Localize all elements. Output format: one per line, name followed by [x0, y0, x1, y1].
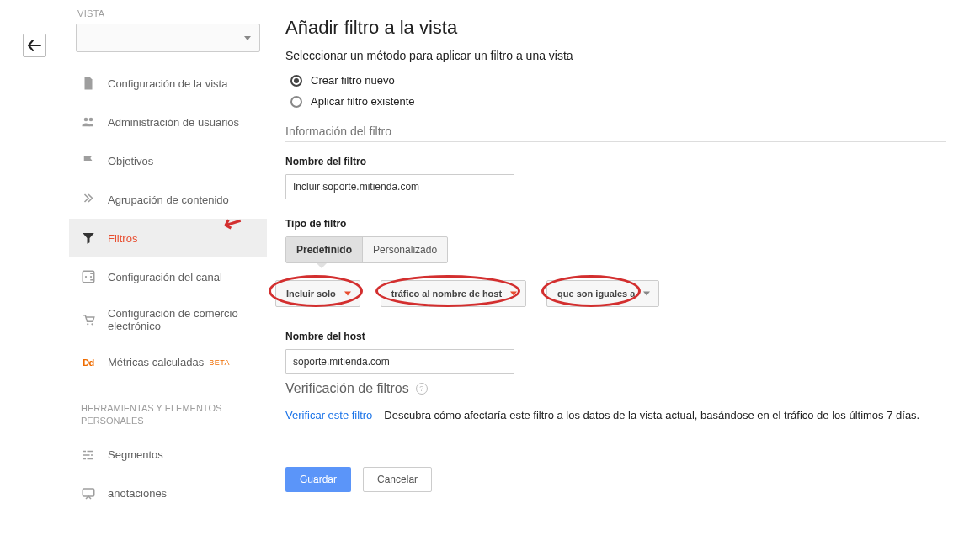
- sidebar-section-label: VISTA: [69, 8, 267, 24]
- tab-indicator-arrow: [316, 262, 328, 268]
- sidebar-item-label: Métricas calculadas: [108, 356, 204, 369]
- filter-type-tabs: Predefinido Personalizado: [285, 236, 448, 263]
- sidebar-item-ecommerce-settings[interactable]: Configuración de comercio electrónico: [69, 296, 267, 343]
- sidebar-personal-heading: HERRAMIENTAS Y ELEMENTOS PERSONALES: [69, 382, 267, 436]
- hostname-label: Nombre del host: [285, 331, 946, 342]
- sidebar-item-label: Configuración de comercio electrónico: [108, 307, 255, 332]
- sidebar-item-segments[interactable]: Segmentos: [69, 436, 267, 474]
- sidebar-item-label: Configuración de la vista: [108, 77, 227, 90]
- sidebar-item-filters[interactable]: Filtros ↙: [69, 219, 267, 257]
- sidebar-item-label: Administración de usuarios: [108, 116, 239, 129]
- svg-point-0: [84, 118, 88, 122]
- view-selector-dropdown[interactable]: [76, 24, 260, 52]
- dropdown-value: Incluir solo: [286, 289, 336, 299]
- sidebar-item-label: Objetivos: [108, 155, 153, 167]
- main-content: Añadir filtro a la vista Seleccionar un …: [267, 0, 980, 535]
- verify-filter-link[interactable]: Verificar este filtro: [285, 409, 372, 421]
- content-group-icon: [81, 192, 96, 207]
- svg-rect-2: [83, 271, 94, 283]
- annotations-icon: [81, 486, 96, 501]
- chevron-down-icon: [643, 292, 650, 296]
- filter-traffic-dropdown[interactable]: tráfico al nombre de host: [381, 280, 526, 307]
- arrow-left-icon: [28, 40, 41, 51]
- segments-icon: [81, 448, 96, 463]
- help-icon[interactable]: ?: [416, 383, 428, 395]
- filter-name-label: Nombre del filtro: [285, 156, 946, 167]
- filter-include-dropdown[interactable]: Incluir solo: [275, 280, 360, 307]
- sidebar-item-view-settings[interactable]: Configuración de la vista: [69, 64, 267, 103]
- calculated-metrics-icon: Dd: [81, 355, 96, 370]
- radio-label: Crear filtro nuevo: [311, 74, 395, 87]
- svg-point-5: [87, 323, 88, 325]
- sidebar-item-goals[interactable]: Objetivos: [69, 141, 267, 180]
- radio-apply-existing[interactable]: Aplicar filtro existente: [285, 95, 946, 108]
- tab-custom[interactable]: Personalizado: [362, 237, 447, 262]
- sidebar-item-label: Filtros: [108, 232, 137, 245]
- svg-point-4: [90, 276, 92, 278]
- divider: [285, 448, 946, 448]
- cancel-button[interactable]: Cancelar: [363, 467, 432, 492]
- document-icon: [81, 76, 96, 91]
- sidebar-item-calculated-metrics[interactable]: Dd Métricas calculadas BETA: [69, 343, 267, 382]
- method-heading: Seleccionar un método para aplicar un fi…: [285, 49, 946, 62]
- radio-icon: [290, 96, 302, 108]
- sidebar-item-label: Configuración del canal: [108, 271, 222, 283]
- hostname-input[interactable]: [285, 349, 514, 374]
- radio-label: Aplicar filtro existente: [311, 95, 415, 108]
- sidebar-item-label: Segmentos: [108, 448, 163, 461]
- sidebar: VISTA Configuración de la vista Administ…: [69, 0, 267, 535]
- sidebar-item-user-management[interactable]: Administración de usuarios: [69, 103, 267, 141]
- sidebar-item-channel-settings[interactable]: Configuración del canal: [69, 257, 267, 296]
- svg-rect-7: [83, 489, 94, 496]
- dropdown-value: que son iguales a: [557, 289, 635, 299]
- chevron-down-icon: [510, 292, 517, 296]
- users-icon: [81, 114, 96, 130]
- flag-icon: [81, 153, 96, 168]
- sidebar-item-annotations[interactable]: anotaciones: [69, 474, 267, 513]
- sidebar-item-label: Agrupación de contenido: [108, 193, 229, 206]
- filter-icon: [81, 230, 96, 246]
- cart-icon: [81, 312, 96, 327]
- sidebar-item-label: anotaciones: [108, 487, 167, 500]
- tab-predefined[interactable]: Predefinido: [286, 237, 362, 262]
- chevron-down-icon: [244, 36, 251, 40]
- save-button[interactable]: Guardar: [285, 467, 351, 492]
- svg-point-1: [89, 118, 93, 122]
- chevron-down-icon: [344, 292, 351, 296]
- dropdown-value: tráfico al nombre de host: [391, 289, 502, 299]
- filter-match-dropdown[interactable]: que son iguales a: [546, 280, 659, 307]
- back-button[interactable]: [23, 34, 46, 57]
- sidebar-item-content-grouping[interactable]: Agrupación de contenido: [69, 180, 267, 219]
- radio-create-new[interactable]: Crear filtro nuevo: [285, 74, 946, 87]
- page-title: Añadir filtro a la vista: [285, 17, 946, 39]
- svg-point-6: [91, 323, 93, 325]
- verify-description: Descubra cómo afectaría este filtro a lo…: [384, 408, 919, 424]
- radio-icon: [290, 75, 302, 87]
- filter-name-input[interactable]: [285, 174, 514, 199]
- channel-settings-icon: [81, 269, 96, 284]
- filter-info-heading: Información del filtro: [285, 124, 946, 142]
- beta-badge: BETA: [209, 358, 230, 368]
- filter-type-label: Tipo de filtro: [285, 218, 946, 230]
- verify-heading: Verificación de filtros: [285, 381, 409, 396]
- svg-point-3: [85, 276, 87, 278]
